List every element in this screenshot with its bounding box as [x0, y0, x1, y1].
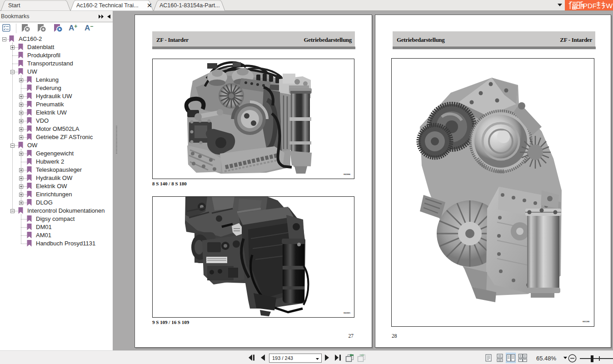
svg-text:W: W — [606, 2, 613, 10]
svg-text:PDF: PDF — [583, 2, 597, 10]
